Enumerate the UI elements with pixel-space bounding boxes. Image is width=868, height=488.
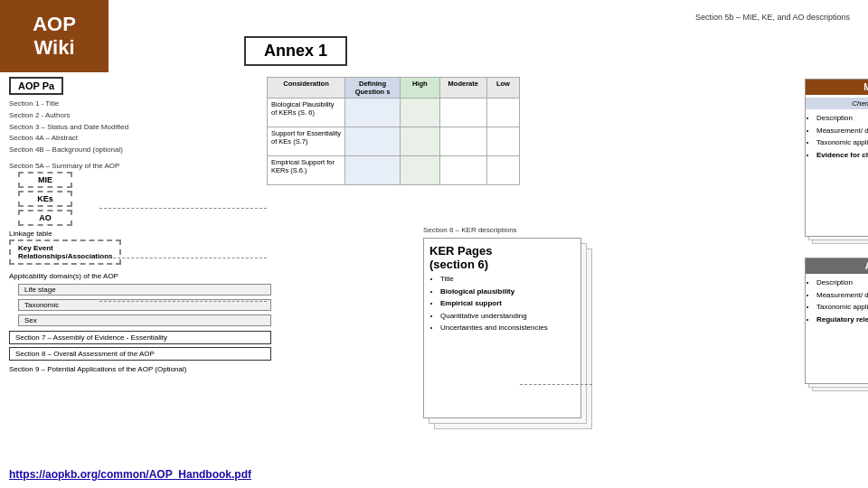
key-event-label: Key EventRelationships/Associations bbox=[18, 244, 112, 260]
cell-moderate-3 bbox=[440, 156, 487, 184]
table-row-3: Empirical Support for KERs (S.6.) bbox=[267, 156, 520, 185]
mie-page-title: MIE Page bbox=[806, 80, 868, 95]
logo-line1: AOP bbox=[33, 13, 76, 36]
connector-ker bbox=[520, 384, 592, 385]
connector-mie bbox=[99, 208, 267, 209]
mie-item-4: Evidence for chemical initiation bbox=[816, 149, 868, 162]
potential-box: Section 9 – Potential Applications of th… bbox=[9, 363, 271, 375]
mie-chemical: Chemical initiator(s) bbox=[806, 98, 868, 109]
cell-consideration-2: Support for Essentiality of KEs (S.7) bbox=[268, 127, 345, 155]
section1: Section 1 - Title bbox=[9, 99, 271, 110]
url-bottom[interactable]: https://aopkb.org/common/AOP_Handbook.pd… bbox=[9, 468, 251, 481]
section5b-label: Section 5b – MIE, KE, and AO description… bbox=[695, 13, 850, 22]
applicability-section: Applicability domain(s) of the AOP Life … bbox=[9, 272, 271, 327]
cell-defining-2 bbox=[345, 127, 401, 155]
ker-list: Title Biological plausibility Empirical … bbox=[429, 273, 575, 334]
cell-low-3 bbox=[487, 156, 519, 184]
consideration-table: Consideration Defining Question s High M… bbox=[267, 77, 520, 185]
cell-low-1 bbox=[487, 99, 519, 127]
cell-moderate-2 bbox=[440, 127, 487, 155]
aop-page-label: AOP Pa bbox=[9, 77, 63, 95]
table-header-row: Consideration Defining Question s High M… bbox=[267, 77, 520, 99]
cell-high-2 bbox=[401, 127, 440, 155]
section3: Section 3 – Status and Date Modified bbox=[9, 122, 271, 134]
ao-list: Description Measurement/ detection Taxon… bbox=[806, 277, 868, 325]
mie-list: Description Measurement/ detection Taxon… bbox=[806, 112, 868, 161]
ao-page-title: AO Page bbox=[806, 258, 868, 274]
table-row-1: Biological Plausibility of KERs (S. 6) bbox=[267, 99, 520, 127]
col-high-header: High bbox=[401, 78, 440, 98]
connector-ao bbox=[99, 301, 267, 302]
key-event-box: Key EventRelationships/Associations bbox=[9, 239, 121, 265]
mie-item-1: Description bbox=[816, 112, 868, 125]
sex-box: Sex bbox=[18, 314, 271, 326]
section4a: Section 4A – Abstract bbox=[9, 133, 271, 145]
annex-title: Annex 1 bbox=[244, 36, 347, 66]
col-defining-header: Defining Question s bbox=[345, 78, 401, 98]
ao-item-4: Regulatory relevance bbox=[816, 314, 868, 326]
linkage-label: Linkage table bbox=[9, 230, 271, 238]
aop-logo: AOP Wiki bbox=[0, 0, 108, 72]
col-consideration-header: Consideration bbox=[268, 78, 345, 98]
cell-low-2 bbox=[487, 127, 519, 155]
cell-consideration-1: Biological Plausibility of KERs (S. 6) bbox=[268, 99, 345, 127]
ke-box: KEs bbox=[18, 191, 72, 207]
mie-ke-ao-group: MIE KEs AO bbox=[18, 172, 271, 226]
ker-item-3: Empirical support bbox=[440, 297, 575, 310]
section4b: Section 4B – Background (optional) bbox=[9, 145, 271, 156]
life-stage-box: Life stage bbox=[18, 284, 271, 296]
cell-consideration-3: Empirical Support for KERs (S.6.) bbox=[268, 156, 345, 184]
cell-defining-3 bbox=[345, 156, 401, 184]
ker-pages-title: KER Pages (section 6) bbox=[429, 244, 575, 271]
col-moderate-header: Moderate bbox=[440, 78, 487, 98]
ao-box: AO bbox=[18, 210, 72, 226]
ker-item-4: Quantitative understanding bbox=[440, 310, 575, 323]
col-low-header: Low bbox=[487, 78, 519, 98]
connector-ke bbox=[99, 258, 267, 258]
ao-item-1: Description bbox=[816, 277, 868, 289]
mie-box: MIE bbox=[18, 172, 72, 188]
cell-high-1 bbox=[401, 99, 440, 127]
ao-item-3: Taxonomic applicability bbox=[816, 301, 868, 314]
ker-item-1: Title bbox=[440, 273, 575, 286]
section2: Section 2 - Authors bbox=[9, 110, 271, 122]
cell-defining-1 bbox=[345, 99, 401, 127]
section6-label: Section 6 – KER descriptions bbox=[423, 226, 517, 234]
ker-item-5: Uncertainties and inconsistencies bbox=[440, 322, 575, 334]
logo-line2: Wiki bbox=[33, 36, 74, 60]
mie-item-3: Taxonomic applicability bbox=[816, 136, 868, 149]
applicability-label: Applicability domain(s) of the AOP bbox=[9, 272, 271, 280]
section5a-label: Section 5A – Summary of the AOP bbox=[9, 162, 271, 170]
assembly-box: Section 7 – Assembly of Evidence - Essen… bbox=[9, 331, 271, 344]
table-row-2: Support for Essentiality of KEs (S.7) bbox=[267, 127, 520, 156]
section-list: Section 1 - Title Section 2 - Authors Se… bbox=[9, 99, 271, 156]
ker-item-2: Biological plausibility bbox=[440, 286, 575, 298]
cell-moderate-1 bbox=[440, 99, 487, 127]
mie-item-2: Measurement/ detection bbox=[816, 125, 868, 137]
aop-page-section: AOP Pa Section 1 - Title Section 2 - Aut… bbox=[9, 77, 271, 378]
ao-item-2: Measurement/ detection bbox=[816, 289, 868, 302]
overall-box: Section 8 – Overall Assessment of the AO… bbox=[9, 347, 271, 361]
ker-stacked-pages: Section 6 – KER descriptions KER Pages (… bbox=[423, 226, 517, 238]
main-content: AOP Pa Section 1 - Title Section 2 - Aut… bbox=[9, 77, 859, 474]
cell-high-3 bbox=[401, 156, 440, 184]
